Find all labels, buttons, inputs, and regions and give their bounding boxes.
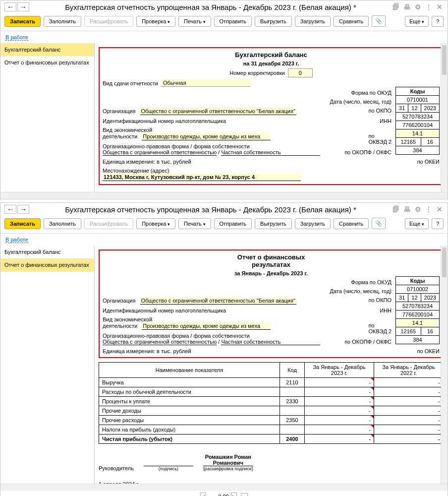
sidebar-item-pnl[interactable]: Отчет о финансовых результатах — [0, 56, 94, 69]
settings-icon[interactable]: ⚙ — [414, 205, 422, 213]
row-val-y2[interactable]: - — [374, 434, 444, 444]
row-code: 2350 — [280, 416, 305, 425]
attach-button[interactable]: 📎 — [372, 15, 386, 27]
date-label: Дата (число, месяц, год) — [103, 99, 440, 105]
import-button[interactable]: Загрузить — [295, 218, 331, 229]
close-icon[interactable]: ✕ — [436, 3, 444, 11]
signature-block: (подпись) — [144, 460, 193, 471]
okved-value[interactable]: Производство одежды, кроме одежды из мех… — [142, 133, 271, 140]
settings-icon[interactable]: ⚙ — [414, 3, 422, 11]
send-button[interactable]: Отправить — [214, 218, 252, 229]
nav-back-button[interactable]: ← — [4, 2, 16, 11]
in-work-link[interactable]: В работе — [0, 234, 448, 246]
fill-button[interactable]: Заполнить — [44, 218, 81, 229]
inn-code: 7766200104 — [396, 310, 440, 319]
okved-value[interactable]: Производство одежды, кроме одежды из мех… — [142, 322, 271, 330]
nav-forward-button[interactable]: → — [17, 205, 29, 214]
print-dropdown[interactable]: Печать — [178, 16, 211, 27]
sidebar-item-pnl[interactable]: Отчет о финансовых результатах — [0, 258, 94, 271]
attach-button[interactable]: 📎 — [372, 218, 386, 229]
save-button[interactable]: Записать — [4, 16, 41, 27]
row-val-y1[interactable]: - — [305, 406, 374, 416]
nav-forward-button[interactable]: → — [17, 2, 29, 11]
help-button[interactable]: ? — [432, 16, 444, 27]
help-button[interactable]: ? — [432, 218, 444, 229]
unit-row: Единица измерения: в тыс. рублей по ОКЕИ — [103, 159, 440, 165]
row-val-y1[interactable]: - — [305, 378, 374, 387]
row-val-y1[interactable]: - — [305, 387, 374, 397]
row-val-y2[interactable]: - — [374, 387, 444, 397]
compare-button[interactable]: Сравнить — [334, 16, 369, 27]
row-name: Прочие доходы — [99, 406, 280, 416]
col-y1: За Январь - Декабрь 2023 г. — [305, 363, 374, 378]
row-code: 2330 — [280, 397, 305, 406]
okpo-code: 5270783234 — [396, 113, 440, 121]
nav-back-button[interactable]: ← — [4, 205, 16, 214]
scrollbar-horizontal[interactable] — [0, 192, 448, 199]
organization-value[interactable]: Общество с ограниченной ответственностью… — [140, 297, 296, 305]
close-icon[interactable]: ✕ — [436, 205, 444, 213]
row-val-y1[interactable]: - — [305, 397, 374, 406]
scrollbar-vertical[interactable] — [441, 43, 448, 192]
okved-code[interactable]: 14.1 — [396, 129, 440, 138]
row-val-y2[interactable]: - — [374, 406, 444, 416]
row-val-y2[interactable]: - — [374, 378, 444, 387]
save-icon[interactable]: 🗐 — [392, 205, 400, 213]
more-dropdown[interactable]: Еще — [405, 218, 429, 229]
decode-button: Расшифровать — [84, 218, 133, 229]
row-val-y2[interactable]: - — [374, 397, 444, 406]
stepper-right-icon[interactable]: ▶ — [231, 493, 237, 496]
check-dropdown[interactable]: Проверка — [136, 16, 175, 27]
name-caption: (расшифровка подписи) — [203, 466, 253, 471]
window-title: Бухгалтерская отчетность упрощенная за Я… — [33, 3, 388, 11]
table-row: Прочие расходы2350-- — [99, 416, 444, 425]
address-value[interactable]: 121433, Москва г, Кутузовский пр-кт, дом… — [103, 174, 301, 181]
okfs-code: 16 — [421, 327, 439, 336]
fill-button[interactable]: Заполнить — [44, 16, 81, 27]
row-val-y2[interactable]: - — [374, 416, 444, 425]
small-square-button[interactable] — [241, 493, 248, 496]
print-icon[interactable]: 🖶 — [403, 3, 411, 11]
content: Бухгалтерский баланс на 31 декабря 2023 … — [95, 43, 448, 192]
check-dropdown[interactable]: Проверка — [136, 218, 175, 229]
okei-code: 384 — [396, 336, 440, 344]
stepper-value[interactable]: 0.00 — [206, 493, 231, 496]
print-dropdown[interactable]: Печать — [178, 218, 211, 229]
more-dropdown[interactable]: Еще — [405, 16, 429, 27]
import-button[interactable]: Загрузить — [295, 16, 331, 27]
correction-input[interactable]: 0 — [288, 68, 313, 77]
table-row: Расходы по обычной деятельности-- — [99, 387, 444, 397]
export-button[interactable]: Выгрузить — [255, 218, 292, 229]
window-1: ← → Бухгалтерская отчетность упрощенная … — [0, 0, 448, 199]
stepper-left-icon[interactable]: ◀ — [200, 493, 206, 496]
sidebar-item-balance[interactable]: Бухгалтерский баланс — [0, 43, 94, 56]
kebab-icon[interactable]: ⋮ — [425, 205, 433, 213]
organization-value[interactable]: Общество с ограниченной ответственностью… — [140, 108, 296, 115]
save-icon[interactable]: 🗐 — [392, 3, 400, 11]
submission-type-input[interactable]: Обычная — [161, 79, 250, 87]
sign-date: 1 апреля 2024 г. — [99, 481, 139, 484]
row-val-y1[interactable]: - — [305, 416, 374, 425]
table-row: Проценты к уплате2330-- — [99, 397, 444, 406]
opf-value1: Общества с ограниченной ответственностью — [103, 149, 217, 156]
save-button[interactable]: Записать — [4, 218, 41, 229]
row-val-y1[interactable]: - — [305, 434, 374, 444]
print-icon[interactable]: 🖶 — [403, 205, 411, 213]
kebab-icon[interactable]: ⋮ — [425, 3, 433, 11]
row-val-y1[interactable]: - — [305, 425, 374, 434]
value-stepper[interactable]: ◀ 0.00 ▶ — [200, 493, 237, 496]
compare-button[interactable]: Сравнить — [334, 218, 369, 229]
scrollbar-horizontal[interactable] — [0, 484, 448, 491]
okved-label2: деятельности — [103, 133, 137, 139]
balance-asof: на 31 декабря 2023 г. — [103, 61, 440, 66]
export-button[interactable]: Выгрузить — [255, 16, 292, 27]
pnl-title2: результатах — [103, 261, 440, 268]
table-row: Налоги на прибыль (доходы)-- — [99, 425, 444, 434]
row-val-y2[interactable]: - — [374, 425, 444, 434]
send-button[interactable]: Отправить — [214, 16, 252, 27]
in-work-link[interactable]: В работе — [0, 31, 448, 43]
sidebar-item-balance[interactable]: Бухгалтерский баланс — [0, 246, 94, 258]
okved-code[interactable]: 14.1 — [396, 319, 440, 327]
scrollbar-vertical[interactable] — [441, 246, 448, 484]
codes-table: Коды 0710001 31 12 2023 5270783234 77662… — [395, 87, 440, 155]
